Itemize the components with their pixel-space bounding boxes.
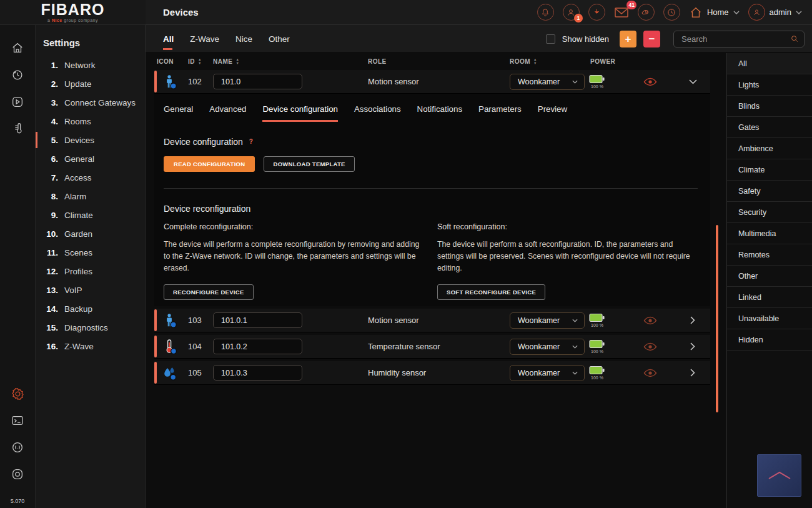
api-icon[interactable] <box>9 439 26 456</box>
home-selector[interactable]: Home <box>689 6 740 19</box>
device-name-input[interactable] <box>213 365 302 381</box>
sidebar-item-diagnostics[interactable]: 15.Diagnostics <box>36 318 145 337</box>
category-climate[interactable]: Climate <box>727 159 812 181</box>
show-hidden-checkbox[interactable] <box>546 34 555 44</box>
sidebar-item-profiles[interactable]: 12.Profiles <box>36 262 145 281</box>
home-icon[interactable] <box>9 40 26 56</box>
category-safety[interactable]: Safety <box>727 181 812 202</box>
tab-nice[interactable]: Nice <box>235 27 252 51</box>
table-row-device-105[interactable]: 105 Humidity sensor Woonkamer 100 % <box>154 361 710 385</box>
table-row-device-104[interactable]: 104 Temperature sensor Woonkamer 100 % <box>154 335 710 359</box>
search-icon[interactable] <box>790 34 799 46</box>
visibility-eye-icon[interactable] <box>625 316 675 325</box>
alarm-bell-icon[interactable] <box>537 4 554 21</box>
terminal-icon[interactable] <box>9 412 26 429</box>
read-configuration-button[interactable]: READ CONFIGURATION <box>164 156 255 172</box>
tab-general[interactable]: General <box>164 104 193 122</box>
messages-icon[interactable]: 41 <box>614 6 629 19</box>
collapse-row-chevron-icon[interactable] <box>675 79 710 84</box>
table-row-device-102[interactable]: 102 Motion sensor Woonkamer 100 % <box>154 70 710 94</box>
room-select[interactable]: Woonkamer <box>510 339 585 355</box>
vertical-scrollbar-thumb[interactable] <box>716 225 718 412</box>
category-other[interactable]: Other <box>727 266 812 287</box>
sidebar-item-connect-gateways[interactable]: 3.Connect Gateways <box>36 93 145 112</box>
sidebar-item-garden[interactable]: 10.Garden <box>36 224 145 243</box>
device-name-input[interactable] <box>213 74 302 89</box>
col-name[interactable]: NAME▲▼ <box>210 58 365 66</box>
chevron-down-icon <box>572 371 578 375</box>
category-linked[interactable]: Linked <box>727 287 812 308</box>
category-remotes[interactable]: Remotes <box>727 244 812 266</box>
col-room[interactable]: ROOM▲▼ <box>507 58 588 66</box>
tab-preview[interactable]: Preview <box>538 104 567 122</box>
device-name-input[interactable] <box>213 312 302 328</box>
category-lights[interactable]: Lights <box>727 74 812 96</box>
category-multimedia[interactable]: Multimedia <box>727 223 812 244</box>
sidebar-item-scenes[interactable]: 11.Scenes <box>36 243 145 262</box>
tab-parameters[interactable]: Parameters <box>478 104 522 122</box>
tab-notifications[interactable]: Notifications <box>417 104 462 122</box>
tab-device-configuration[interactable]: Device configuration <box>262 104 337 122</box>
sidebar-item-access[interactable]: 7.Access <box>36 168 145 187</box>
room-select[interactable]: Woonkamer <box>510 312 585 329</box>
col-id[interactable]: ID▲▼ <box>186 58 210 66</box>
download-template-button[interactable]: DOWNLOAD TEMPLATE <box>264 156 354 172</box>
scroll-to-top-button[interactable] <box>757 454 801 497</box>
category-security[interactable]: Security <box>727 202 812 223</box>
room-select[interactable]: Woonkamer <box>510 365 585 381</box>
visibility-eye-icon[interactable] <box>625 342 675 351</box>
category-all[interactable]: All <box>727 53 812 74</box>
category-blinds[interactable]: Blinds <box>727 96 812 117</box>
profiles-badge: 1 <box>574 14 583 22</box>
tab-zwave[interactable]: Z-Wave <box>190 27 219 51</box>
device-id: 102 <box>186 77 210 86</box>
sidebar-item-general[interactable]: 6.General <box>36 149 145 168</box>
climate-icon[interactable] <box>9 121 26 137</box>
history-icon[interactable] <box>9 67 26 83</box>
category-hidden[interactable]: Hidden <box>727 329 812 351</box>
tab-advanced[interactable]: Advanced <box>209 104 246 122</box>
profiles-icon[interactable]: 1 <box>563 4 580 21</box>
tab-all[interactable]: All <box>163 27 174 51</box>
sidebar-item-backup[interactable]: 14.Backup <box>36 299 145 318</box>
sidebar-item-voip[interactable]: 13.VoIP <box>36 281 145 299</box>
reconfigure-device-button[interactable]: RECONFIGURE DEVICE <box>164 284 254 300</box>
tab-associations[interactable]: Associations <box>354 104 401 122</box>
visibility-eye-icon[interactable] <box>625 77 675 86</box>
settings-gear-icon[interactable] <box>9 386 26 402</box>
sidebar-item-rooms[interactable]: 4.Rooms <box>36 112 145 131</box>
section-divider <box>164 188 698 189</box>
device-name-input[interactable] <box>213 339 302 354</box>
update-download-icon[interactable] <box>588 4 605 21</box>
visibility-eye-icon[interactable] <box>625 369 675 377</box>
expand-row-chevron-icon[interactable] <box>675 342 710 351</box>
device-id: 105 <box>186 368 210 377</box>
sidebar-item-climate[interactable]: 9.Climate <box>36 206 145 224</box>
add-device-button[interactable]: + <box>620 31 636 47</box>
expand-row-chevron-icon[interactable] <box>675 316 710 324</box>
category-unavailable[interactable]: Unavailable <box>727 308 812 329</box>
sidebar-item-alarm[interactable]: 8.Alarm <box>36 187 145 206</box>
room-select[interactable]: Woonkamer <box>510 74 585 90</box>
category-ambience[interactable]: Ambience <box>727 138 812 159</box>
sidebar-item-devices[interactable]: 5.Devices <box>36 131 145 149</box>
expand-row-chevron-icon[interactable] <box>675 369 710 377</box>
weather-icon[interactable] <box>638 4 655 21</box>
clock-icon[interactable] <box>663 4 680 21</box>
category-gates[interactable]: Gates <box>727 117 812 138</box>
humidity-sensor-icon <box>154 365 186 381</box>
soft-reconfiguration-description: The device will perform a soft reconfigu… <box>437 239 695 274</box>
table-row-device-103[interactable]: 103 Motion sensor Woonkamer 100 % <box>154 309 710 332</box>
sidebar-item-zwave[interactable]: 16.Z-Wave <box>36 337 145 356</box>
soft-reconfigure-device-button[interactable]: SOFT RECONFIGURE DEVICE <box>437 284 545 300</box>
chevron-up-icon <box>767 470 792 481</box>
media-icon[interactable] <box>9 94 26 110</box>
user-menu[interactable]: admin <box>748 4 802 21</box>
search-input[interactable] <box>673 31 805 47</box>
remove-device-button[interactable]: − <box>643 31 660 47</box>
sidebar-item-update[interactable]: 2.Update <box>36 74 145 93</box>
hub-icon[interactable] <box>9 466 26 482</box>
tab-other[interactable]: Other <box>269 27 290 51</box>
sidebar-item-network[interactable]: 1.Network <box>36 56 145 74</box>
help-icon[interactable]: ? <box>249 138 253 145</box>
